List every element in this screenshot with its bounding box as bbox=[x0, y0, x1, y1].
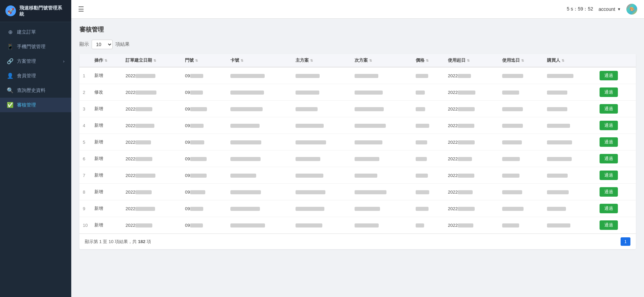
cell-pass-btn[interactable]: 通過 bbox=[596, 67, 636, 84]
sidebar-item-query-history[interactable]: 🔍 查詢歷史資料 bbox=[0, 83, 71, 98]
cell-pass-btn[interactable]: 通過 bbox=[596, 184, 636, 200]
cell-action: 新增 bbox=[91, 101, 122, 117]
col-start-date[interactable]: 使用起日⇅ bbox=[444, 54, 498, 67]
cell-gate-num: 09 bbox=[182, 84, 227, 101]
cell-sub-plan bbox=[351, 117, 412, 134]
row-number: 7 bbox=[79, 167, 91, 184]
cell-price bbox=[412, 134, 444, 151]
cell-order-date: 2022 bbox=[122, 101, 182, 117]
cell-pass-btn[interactable]: 通過 bbox=[596, 217, 636, 234]
col-sub-plan[interactable]: 次方案⇅ bbox=[351, 54, 412, 67]
col-card-num[interactable]: 卡號⇅ bbox=[227, 54, 292, 67]
pass-button[interactable]: 通過 bbox=[600, 154, 618, 163]
sidebar-item-create-order[interactable]: ⊕ 建立訂單 bbox=[0, 25, 71, 39]
cell-start-date: 2022 bbox=[444, 117, 498, 134]
pass-button[interactable]: 通過 bbox=[600, 121, 618, 130]
cell-card-num bbox=[227, 84, 292, 101]
row-number: 2 bbox=[79, 84, 91, 101]
plan-icon: 🔗 bbox=[7, 58, 14, 64]
col-action[interactable]: 操作⇅ bbox=[91, 54, 122, 67]
cell-price bbox=[412, 117, 444, 134]
cell-buyer bbox=[544, 84, 596, 101]
cell-card-num bbox=[227, 200, 292, 217]
table-row: 10 新增 2022 09 2022 通過 bbox=[79, 217, 636, 234]
sidebar-nav: ⊕ 建立訂單 📱 手機門號管理 🔗 方案管理 › 👤 會員管理 🔍 查詢歷史資料… bbox=[0, 22, 71, 297]
cell-pass-btn[interactable]: 通過 bbox=[596, 84, 636, 101]
sidebar-item-plan-mgmt[interactable]: 🔗 方案管理 › bbox=[0, 54, 71, 68]
cell-buyer bbox=[544, 184, 596, 200]
cell-pass-btn[interactable]: 通過 bbox=[596, 134, 636, 151]
cell-gate-num: 09 bbox=[182, 101, 227, 117]
cell-action: 新增 bbox=[91, 134, 122, 151]
results-label: 項結果 bbox=[115, 41, 130, 47]
cell-start-date: 2022 bbox=[444, 101, 498, 117]
account-button[interactable]: account ▼ bbox=[599, 6, 621, 12]
sidebar-item-phone-mgmt[interactable]: 📱 手機門號管理 bbox=[0, 39, 71, 54]
cell-card-num bbox=[227, 101, 292, 117]
cell-pass-btn[interactable]: 通過 bbox=[596, 101, 636, 117]
per-page-select[interactable]: 10 25 50 100 bbox=[92, 40, 113, 49]
col-price[interactable]: 價格⇅ bbox=[412, 54, 444, 67]
pass-button[interactable]: 通過 bbox=[600, 171, 618, 180]
cell-gate-num: 09 bbox=[182, 184, 227, 200]
session-timer: 5 s：59：52 bbox=[567, 6, 593, 12]
cell-sub-plan bbox=[351, 151, 412, 167]
pass-button[interactable]: 通過 bbox=[600, 104, 618, 114]
cell-end-date bbox=[499, 167, 544, 184]
table-row: 7 新增 2022 09 2022 通過 bbox=[79, 167, 636, 184]
show-label: 顯示 bbox=[79, 41, 89, 47]
cell-gate-num: 09 bbox=[182, 117, 227, 134]
sidebar-item-label: 會員管理 bbox=[17, 73, 36, 79]
cell-order-date: 2022 bbox=[122, 134, 182, 151]
cell-action: 新增 bbox=[91, 184, 122, 200]
hamburger-icon[interactable]: ☰ bbox=[78, 5, 84, 13]
table-footer: 顯示第 1 至 10 項結果，共 182 項 1 bbox=[79, 234, 636, 249]
cell-pass-btn[interactable]: 通過 bbox=[596, 117, 636, 134]
pass-button[interactable]: 通過 bbox=[600, 87, 618, 97]
cell-price bbox=[412, 151, 444, 167]
cell-start-date: 2022 bbox=[444, 217, 498, 234]
cell-buyer bbox=[544, 134, 596, 151]
cell-price bbox=[412, 101, 444, 117]
sidebar-item-label: 方案管理 bbox=[17, 58, 36, 64]
pass-button[interactable]: 通過 bbox=[600, 187, 618, 197]
cell-order-date: 2022 bbox=[122, 117, 182, 134]
cell-end-date bbox=[499, 84, 544, 101]
cell-pass-btn[interactable]: 通過 bbox=[596, 151, 636, 167]
pass-button[interactable]: 通過 bbox=[600, 137, 618, 147]
pass-button[interactable]: 通過 bbox=[600, 204, 618, 213]
cell-action: 新增 bbox=[91, 167, 122, 184]
cell-end-date bbox=[499, 151, 544, 167]
col-main-plan[interactable]: 主方案⇅ bbox=[292, 54, 351, 67]
cell-end-date bbox=[499, 134, 544, 151]
cell-end-date bbox=[499, 117, 544, 134]
sidebar-item-audit-mgmt[interactable]: ✅ 審核管理 bbox=[0, 98, 71, 112]
table-row: 1 新增 2022 09 2022 通過 bbox=[79, 67, 636, 84]
cell-buyer bbox=[544, 217, 596, 234]
toolbar: 顯示 10 25 50 100 項結果 bbox=[79, 40, 636, 49]
col-order-date[interactable]: 訂單建立日期⇅ bbox=[122, 54, 182, 67]
content-area: 審核管理 顯示 10 25 50 100 項結果 操作⇅ 訂單建立日期⇅ 門號 bbox=[71, 19, 644, 297]
pass-button[interactable]: 通過 bbox=[600, 220, 618, 230]
col-buyer[interactable]: 購買人⇅ bbox=[544, 54, 596, 67]
cell-price bbox=[412, 217, 444, 234]
pass-button[interactable]: 通過 bbox=[600, 71, 618, 80]
row-number: 3 bbox=[79, 101, 91, 117]
logo-icon: 🚀 bbox=[5, 5, 16, 16]
cell-end-date bbox=[499, 101, 544, 117]
chevron-down-icon: ▼ bbox=[617, 7, 621, 11]
col-gate-num[interactable]: 門號⇅ bbox=[182, 54, 227, 67]
cell-pass-btn[interactable]: 通過 bbox=[596, 167, 636, 184]
cell-pass-btn[interactable]: 通過 bbox=[596, 200, 636, 217]
table-row: 3 新增 2022 09 2022 通過 bbox=[79, 101, 636, 117]
cell-end-date bbox=[499, 217, 544, 234]
cell-sub-plan bbox=[351, 84, 412, 101]
avatar: 🎨 bbox=[626, 4, 637, 15]
cell-buyer bbox=[544, 101, 596, 117]
sidebar-item-member-mgmt[interactable]: 👤 會員管理 bbox=[0, 68, 71, 83]
row-number: 1 bbox=[79, 67, 91, 84]
col-end-date[interactable]: 使用迄日⇅ bbox=[499, 54, 544, 67]
page-btn-1[interactable]: 1 bbox=[621, 237, 630, 246]
phone-icon: 📱 bbox=[7, 43, 14, 50]
cell-price bbox=[412, 67, 444, 84]
